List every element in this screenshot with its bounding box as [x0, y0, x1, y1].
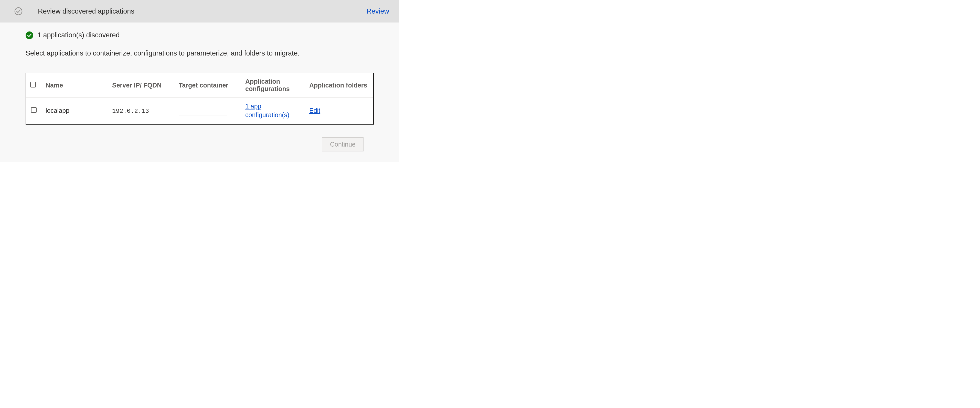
table-header-row: Name Server IP/ FQDN Target container Ap… — [26, 73, 373, 97]
app-configurations-link[interactable]: 1 app configuration(s) — [245, 102, 301, 119]
column-header-configs: Application configurations — [241, 73, 305, 97]
footer-actions: Continue — [25, 125, 374, 151]
svg-point-0 — [15, 8, 22, 15]
status-message: 1 application(s) discovered — [37, 31, 119, 39]
step-title: Review discovered applications — [38, 8, 134, 15]
column-header-folders: Application folders — [305, 73, 373, 97]
target-container-input[interactable] — [179, 106, 228, 116]
select-all-checkbox[interactable] — [30, 82, 36, 87]
success-icon — [25, 32, 33, 39]
column-header-name: Name — [41, 73, 108, 97]
table-row: localapp 192.0.2.13 1 app configuration(… — [26, 97, 373, 124]
review-link[interactable]: Review — [366, 8, 389, 15]
row-checkbox[interactable] — [31, 107, 37, 113]
column-header-server: Server IP/ FQDN — [108, 73, 175, 97]
app-name-cell: localapp — [41, 97, 108, 124]
step-header: Review discovered applications Review — [0, 0, 399, 22]
step-header-left: Review discovered applications — [14, 7, 134, 15]
instruction-text: Select applications to containerize, con… — [25, 49, 374, 57]
server-ip-cell: 192.0.2.13 — [112, 108, 149, 114]
applications-table: Name Server IP/ FQDN Target container Ap… — [25, 73, 374, 125]
app-folders-edit-link[interactable]: Edit — [309, 106, 320, 115]
column-header-target: Target container — [175, 73, 241, 97]
svg-point-1 — [25, 32, 33, 39]
checkmark-circle-icon — [14, 7, 22, 15]
content-area: 1 application(s) discovered Select appli… — [0, 22, 399, 151]
page-container: Review discovered applications Review 1 … — [0, 0, 399, 162]
discovery-status: 1 application(s) discovered — [25, 31, 374, 39]
continue-button[interactable]: Continue — [322, 137, 364, 151]
